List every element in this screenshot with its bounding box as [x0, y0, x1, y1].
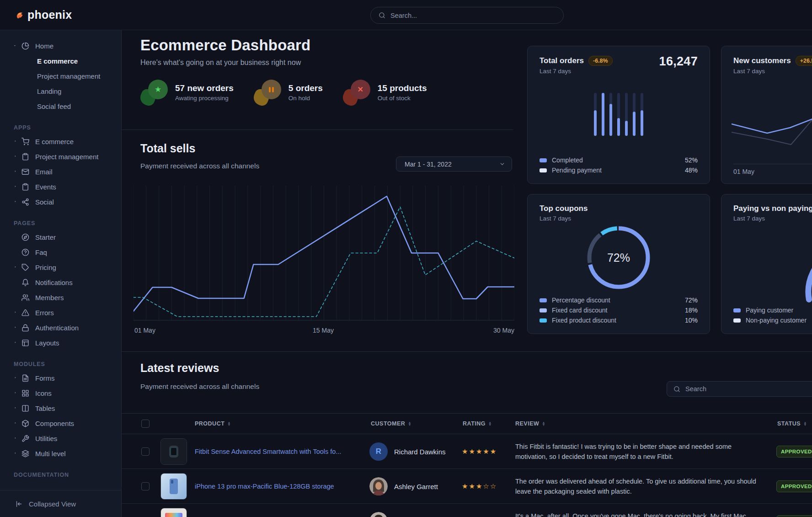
sidebar-item-utilities[interactable]: Utilities — [14, 431, 115, 446]
sidebar-item-pricing[interactable]: Pricing — [14, 260, 115, 275]
brand-logo[interactable]: phoenix — [16, 8, 72, 22]
column-header-customer[interactable]: CUSTOMER▲▼ — [371, 420, 411, 427]
select-all-checkbox[interactable] — [141, 420, 150, 428]
x-tick: 30 May — [493, 327, 514, 334]
column-header-status[interactable]: STATUS▲▼ — [777, 420, 807, 427]
sidebar-item-home[interactable]: Home — [14, 38, 115, 54]
page-subtitle: Here's what's going on at your business … — [140, 59, 301, 67]
legend-value: 18% — [685, 307, 698, 314]
file-text-icon — [21, 374, 30, 382]
stat-value: 57 new orders — [175, 83, 234, 93]
sidebar-item-starter[interactable]: Starter — [14, 230, 115, 245]
total-sells-subtitle: Payment received across all channels — [140, 162, 259, 170]
reviews-table: PRODUCT▲▼CUSTOMER▲▼RATING▲▼REVIEW▲▼STATU… — [122, 413, 812, 517]
card-period: Last 7 days — [540, 215, 698, 222]
sidebar-item-forms[interactable]: Forms — [14, 371, 115, 386]
bar-fill — [641, 110, 643, 136]
sidebar-item-components[interactable]: Components — [14, 416, 115, 431]
sidebar-item-events[interactable]: Events — [14, 179, 115, 194]
legend-label: Pending payment — [552, 167, 602, 174]
column-header-label: CUSTOMER — [371, 420, 405, 427]
reviews-search-input[interactable]: Search — [667, 381, 812, 397]
stat-text: 57 new ordersAwating processing — [175, 83, 234, 102]
stat-text: 15 productsOut of stock — [378, 83, 427, 102]
column-header-review[interactable]: REVIEW▲▼ — [515, 420, 545, 427]
global-search-input[interactable]: Search... — [370, 7, 564, 24]
sidebar-item-multi-level[interactable]: Multi level — [14, 446, 115, 461]
product-link[interactable]: Fitbit Sense Advanced Smartwatch with To… — [195, 448, 342, 455]
rating-stars: ★★★★★ — [462, 447, 497, 456]
card-period: Last 7 days — [733, 68, 812, 75]
latest-reviews-title: Latest reviews — [140, 361, 219, 375]
caret-right-icon — [14, 377, 21, 380]
avatar — [369, 477, 388, 495]
sidebar-item-notifications[interactable]: Notifications — [14, 275, 115, 290]
star-icon: ★ — [148, 80, 168, 99]
legend-label: Paying customer — [746, 307, 793, 314]
sidebar-item-tables[interactable]: Tables — [14, 401, 115, 416]
stat-value: 5 orders — [288, 83, 323, 93]
clipboard-icon — [21, 152, 30, 161]
total-orders-card: Total orders -6.8% Last 7 days 16,247 Co… — [527, 46, 710, 184]
bar-fill — [594, 110, 597, 136]
change-badge: +26.5% — [796, 56, 812, 66]
column-header-label: RATING — [463, 420, 486, 427]
row-checkbox[interactable] — [141, 447, 150, 456]
orders-legend: Completed52%Pending payment48% — [540, 155, 698, 175]
date-range-select[interactable]: Mar 1 - 31, 2022 — [396, 156, 512, 172]
sidebar-item-errors[interactable]: Errors — [14, 305, 115, 320]
product-link[interactable]: iPhone 13 pro max-Pacific Blue-128GB sto… — [195, 483, 334, 490]
sidebar-item-social[interactable]: Social — [14, 194, 115, 210]
legend-label: Percentage discount — [552, 296, 610, 304]
sidebar-sections: APPSE commerceProject managementEmailEve… — [14, 124, 115, 478]
sidebar-item-members[interactable]: Members — [14, 290, 115, 305]
new-customers-chart-svg — [732, 100, 812, 161]
sidebar-subitem-project-management[interactable]: Project management — [14, 69, 115, 84]
sidebar-subitem-landing[interactable]: Landing — [14, 84, 115, 99]
status-label: APPROVED — [781, 484, 812, 489]
sidebar-item-email[interactable]: Email — [14, 164, 115, 179]
legend-row: Fixed product discount10% — [540, 315, 698, 325]
sidebar-item-e-commerce[interactable]: E commerce — [14, 134, 115, 149]
sidebar-item-label: Errors — [35, 309, 54, 317]
sidebar-subitem-social-feed[interactable]: Social feed — [14, 99, 115, 114]
customer-name: Ashley Garrett — [394, 482, 438, 490]
orders-bar-chart — [594, 93, 643, 136]
sidebar-item-label: Members — [35, 294, 64, 302]
sidebar-item-label: Notifications — [35, 279, 73, 286]
bell-icon — [21, 278, 30, 287]
total-sells-title: Total sells — [140, 142, 195, 155]
sidebar-item-label: Events — [35, 183, 56, 191]
grid-icon — [21, 389, 30, 398]
mail-icon — [21, 167, 30, 176]
sidebar-item-faq[interactable]: Faq — [14, 245, 115, 260]
card-title: New customers — [733, 56, 791, 65]
collapse-view-button[interactable]: Collapsed View — [0, 490, 121, 517]
caret-right-icon — [14, 266, 21, 269]
sidebar-item-layouts[interactable]: Layouts — [14, 335, 115, 350]
sidebar-item-icons[interactable]: Icons — [14, 386, 115, 401]
stat-item: ✕15 productsOut of stock — [343, 80, 427, 105]
legend-value: 10% — [685, 317, 698, 324]
stats-row: ★57 new ordersAwating processing5 orders… — [140, 80, 427, 105]
sidebar-item-label: Project management — [35, 153, 98, 161]
x-axis-line — [733, 164, 812, 164]
row-checkbox[interactable] — [141, 482, 150, 490]
column-header-product[interactable]: PRODUCT▲▼ — [195, 420, 231, 427]
legend-swatch — [733, 318, 741, 323]
sidebar-item-authentication[interactable]: Authentication — [14, 320, 115, 335]
sidebar-item-project-management[interactable]: Project management — [14, 149, 115, 164]
page-title: Ecommerce Dashboard — [140, 37, 310, 54]
paying-vs-nonpaying-card: Paying vs non paying Last 7 days Paying … — [721, 194, 812, 334]
pie-chart-icon — [21, 42, 30, 50]
product-thumbnail — [160, 438, 187, 465]
sidebar-subitem-e-commerce[interactable]: E commerce — [14, 54, 115, 69]
legend-swatch — [540, 168, 547, 172]
paying-legend: Paying customerNon-paying customer — [733, 305, 812, 325]
total-sells-chart-svg — [134, 184, 514, 323]
sidebar-item-label: Home — [35, 42, 53, 50]
column-header-rating[interactable]: RATING▲▼ — [463, 420, 492, 427]
x-tick: 15 May — [313, 327, 334, 334]
product-thumbnail — [160, 508, 187, 517]
table-row: Fitbit Sense Advanced Smartwatch with To… — [122, 434, 812, 469]
